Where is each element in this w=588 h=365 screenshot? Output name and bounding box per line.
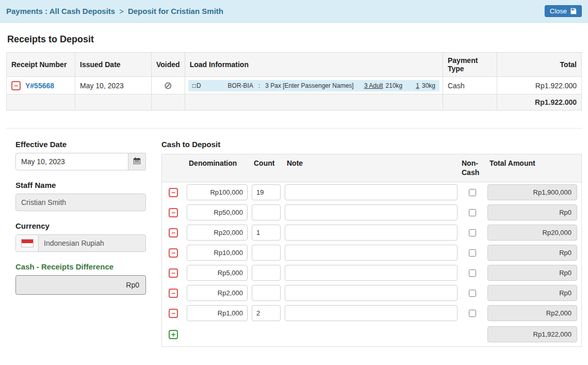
count-input[interactable] xyxy=(252,285,281,301)
receipts-header-row: Receipt Number Issued Date Voided Load I… xyxy=(7,53,582,77)
row-total-amount: Rp0 xyxy=(487,285,577,301)
cash-to-deposit-section: Cash to Deposit Denomination Count Note … xyxy=(161,140,582,347)
note-input[interactable] xyxy=(285,265,458,281)
breadcrumb-payments-link[interactable]: Payments : All Cash Deposits xyxy=(6,7,115,15)
col-denomination: Denomination xyxy=(185,154,250,182)
non-cash-checkbox[interactable] xyxy=(469,249,476,257)
row-total-amount: Rp20,000 xyxy=(487,225,577,241)
note-input[interactable] xyxy=(285,184,458,200)
receipt-number-link[interactable]: Y#55668 xyxy=(25,82,54,90)
remove-row-icon[interactable]: − xyxy=(169,228,178,237)
load-information-bar: □ D BOR-BIA : 3 Pax [Enter Passenger Nam… xyxy=(188,80,439,91)
load-adult-link[interactable]: 3 Adult xyxy=(364,82,383,89)
save-icon xyxy=(570,8,577,14)
top-bar: Payments : All Cash Deposits > Deposit f… xyxy=(0,0,588,23)
cash-row: − Rp20,000 xyxy=(162,223,581,243)
remove-row-icon[interactable]: − xyxy=(169,208,178,217)
row-total-amount: Rp1,900,000 xyxy=(487,184,577,200)
count-input[interactable] xyxy=(252,204,281,220)
denomination-input[interactable] xyxy=(187,305,248,321)
difference-label: Cash - Receipts Difference xyxy=(15,262,146,271)
currency-field: Indonesian Rupiah xyxy=(15,234,146,252)
load-route: BOR-BIA xyxy=(228,82,253,89)
remove-row-icon[interactable]: − xyxy=(169,309,178,318)
load-weight: 210kg xyxy=(386,82,403,89)
page: Payments : All Cash Deposits > Deposit f… xyxy=(0,0,588,365)
row-total-amount: Rp0 xyxy=(487,265,577,281)
receipt-total-value: Rp1.922.000 xyxy=(497,77,582,94)
col-voided: Voided xyxy=(152,53,185,77)
receipts-grand-total: Rp1.922.000 xyxy=(497,94,582,110)
non-cash-checkbox[interactable] xyxy=(469,209,476,216)
add-row-icon[interactable]: + xyxy=(169,330,178,339)
load-pieces-weight: 30kg xyxy=(422,82,435,89)
col-total-amount: Total Amount xyxy=(485,154,581,182)
count-input[interactable] xyxy=(252,184,281,200)
remove-row-icon[interactable]: − xyxy=(169,248,178,258)
count-input[interactable] xyxy=(252,305,281,321)
payment-type-value: Cash xyxy=(443,77,497,94)
denomination-input[interactable] xyxy=(187,285,248,301)
col-payment-type: Payment Type xyxy=(443,53,497,77)
count-input[interactable] xyxy=(252,245,281,261)
denomination-input[interactable] xyxy=(187,225,248,241)
note-input[interactable] xyxy=(285,285,458,301)
voided-icon[interactable]: ⊘ xyxy=(164,81,172,90)
load-colon: : xyxy=(258,82,260,89)
col-load-information: Load Information xyxy=(185,53,443,77)
load-checkbox-icon[interactable]: □ xyxy=(192,82,196,89)
denomination-input[interactable] xyxy=(187,204,248,220)
breadcrumb-current: Deposit for Cristian Smith xyxy=(128,7,223,15)
row-total-amount: Rp2,000 xyxy=(487,305,577,321)
deposit-form: Effective Date Staff Name Cristian Smith… xyxy=(15,140,146,347)
load-pax: 3 Pax [Enter Passenger Names] xyxy=(265,82,353,89)
remove-row-icon[interactable]: − xyxy=(169,268,178,278)
count-input[interactable] xyxy=(252,265,281,281)
breadcrumb: Payments : All Cash Deposits > Deposit f… xyxy=(6,7,223,15)
staff-name-label: Staff Name xyxy=(15,181,146,189)
receipt-row: − Y#55668 May 10, 2023 ⊘ □ D BOR-BIA : xyxy=(7,77,582,94)
breadcrumb-separator: > xyxy=(119,7,124,15)
close-button-label: Close xyxy=(550,7,567,15)
note-input[interactable] xyxy=(285,225,458,241)
effective-date-input[interactable] xyxy=(15,153,128,170)
non-cash-checkbox[interactable] xyxy=(469,189,476,196)
cash-grand-total: Rp1,922,000 xyxy=(487,326,577,342)
remove-row-icon[interactable]: − xyxy=(169,289,178,298)
col-total: Total xyxy=(497,53,582,77)
remove-receipt-icon[interactable]: − xyxy=(11,81,21,90)
currency-value: Indonesian Rupiah xyxy=(39,235,109,251)
non-cash-checkbox[interactable] xyxy=(469,269,476,277)
effective-date-label: Effective Date xyxy=(15,140,146,149)
col-non-cash: Non-Cash xyxy=(460,154,485,182)
cash-table: Denomination Count Note Non-Cash Total A… xyxy=(161,154,582,347)
issued-date-value: May 10, 2023 xyxy=(75,77,152,94)
non-cash-checkbox[interactable] xyxy=(469,310,476,317)
col-count: Count xyxy=(250,154,283,182)
receipts-footer-row: Rp1.922.000 xyxy=(7,94,582,110)
receipts-table: Receipt Number Issued Date Voided Load I… xyxy=(6,52,582,110)
calendar-button[interactable] xyxy=(128,153,146,170)
non-cash-checkbox[interactable] xyxy=(469,290,476,297)
load-pieces-link[interactable]: 1 xyxy=(416,82,419,89)
row-total-amount: Rp0 xyxy=(487,204,577,220)
denomination-input[interactable] xyxy=(187,265,248,281)
difference-value: Rp0 xyxy=(15,275,146,295)
calendar-icon xyxy=(133,157,141,167)
note-input[interactable] xyxy=(285,245,458,261)
receipts-section-title: Receipts to Deposit xyxy=(7,34,582,45)
note-input[interactable] xyxy=(285,305,458,321)
count-input[interactable] xyxy=(252,225,281,241)
non-cash-checkbox[interactable] xyxy=(469,229,476,236)
cash-footer-row: + Rp1,922,000 xyxy=(162,323,581,346)
staff-name-field: Cristian Smith xyxy=(15,194,146,211)
cash-row: − Rp0 xyxy=(162,263,581,283)
cash-row: − Rp1,900,000 xyxy=(162,182,581,202)
remove-row-icon[interactable]: − xyxy=(169,188,178,197)
close-button[interactable]: Close xyxy=(545,5,582,17)
denomination-input[interactable] xyxy=(187,184,248,200)
col-receipt-number: Receipt Number xyxy=(7,53,75,77)
cash-row: − Rp0 xyxy=(162,202,581,223)
denomination-input[interactable] xyxy=(187,245,248,261)
note-input[interactable] xyxy=(285,204,458,220)
